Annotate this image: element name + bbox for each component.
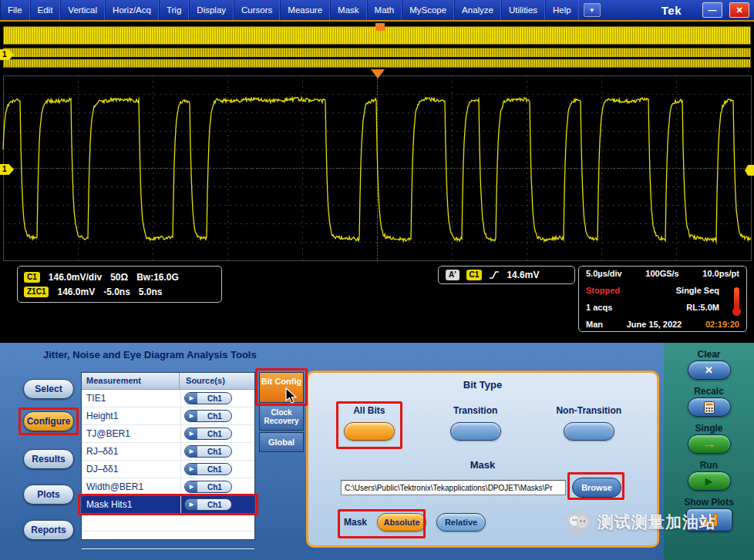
trigger-position-marker[interactable] [375, 23, 385, 31]
table-row-selected[interactable]: Mask Hits1 ▶Ch1 [82, 496, 254, 514]
menu-item-analyze[interactable]: Analyze [454, 0, 501, 20]
acq-status: Stopped [586, 286, 620, 295]
single-label: Single [664, 423, 754, 434]
minimize-button[interactable]: — [702, 2, 722, 18]
z1c1-badge: Z1C1 [24, 287, 49, 297]
menu-item-edit[interactable]: Edit [30, 0, 61, 20]
bit-type-options: All Bits Transition Non-Transition [316, 405, 649, 441]
record-length: RL:5.0M [686, 303, 719, 312]
run-button[interactable]: ▶ [688, 471, 731, 491]
run-label: Run [664, 460, 754, 471]
source-arrow-icon: ▶ [185, 464, 197, 474]
acq-mode: Single Seq [676, 286, 719, 295]
c1-badge: C1 [24, 272, 40, 283]
mask-absolute-button[interactable]: Absolute [377, 513, 426, 531]
trigger-indicator-icon [371, 69, 385, 79]
menu-item-vertical[interactable]: Vertical [60, 0, 105, 20]
source-button[interactable]: ▶Ch1 [184, 392, 232, 404]
menu-item-cursors[interactable]: Cursors [234, 0, 280, 20]
show-plots-label: Show Plots [664, 497, 754, 508]
c1-impedance: 50Ω [110, 272, 128, 283]
nav-reports-button[interactable]: Reports [23, 520, 74, 540]
clear-button[interactable]: ✕ [688, 360, 731, 380]
source-arrow-icon: ▶ [185, 499, 197, 510]
source-arrow-icon: ▶ [185, 428, 197, 439]
oscilloscope-screen: File Edit Vertical Horiz/Acq Trig Displa… [0, 0, 754, 560]
table-row[interactable]: Height1 ▶Ch1 [82, 407, 254, 425]
menu-item-file[interactable]: File [0, 0, 30, 20]
trigger-mode: Man [586, 320, 603, 329]
recalc-label: Recalc [664, 386, 754, 397]
chevron-down-icon[interactable]: ▼ [584, 3, 601, 17]
table-header: Measurement Source(s) [82, 373, 254, 390]
source-arrow-icon: ▶ [185, 481, 197, 492]
readout-strip: C1 146.0mV/div 50Ω Bw:16.0G Z1C1 146.0mV… [0, 262, 754, 343]
source-arrow-icon: ▶ [185, 411, 197, 421]
time-label: 02:19:20 [705, 320, 739, 329]
menu-bar: File Edit Vertical Horiz/Acq Trig Displa… [0, 0, 754, 20]
source-arrow-icon: ▶ [185, 446, 197, 457]
dpojet-title: Jitter, Noise and Eye Diagram Analysis T… [43, 349, 257, 360]
browse-button[interactable]: Browse [572, 478, 621, 498]
nav-select-button[interactable]: Select [23, 379, 74, 399]
nav-plots-button[interactable]: Plots [23, 485, 74, 505]
trigger-source-badge: C1 [466, 270, 483, 280]
sample-rate: 100GS/s [645, 269, 678, 278]
mask-title: Mask [308, 459, 657, 471]
table-row[interactable]: TJ@BER1 ▶Ch1 [82, 425, 254, 443]
menu-item-horiz-acq[interactable]: Horiz/Acq [105, 0, 159, 20]
source-arrow-icon: ▶ [185, 393, 197, 404]
watermark: 测试测量加油站 [565, 509, 716, 535]
option-transition: Transition [450, 405, 501, 441]
tab-bit-config[interactable]: Bit Config [259, 372, 304, 403]
bit-type-title: Bit Type [308, 379, 657, 391]
option-all-bits: All Bits [344, 405, 395, 441]
all-bits-button[interactable] [344, 422, 395, 441]
measurement-table: Measurement Source(s) TIE1 ▶Ch1 Height1 … [81, 372, 255, 540]
table-row[interactable]: TIE1 ▶Ch1 [82, 390, 254, 407]
menu-item-display[interactable]: Display [189, 0, 234, 20]
non-transition-button[interactable] [564, 422, 614, 441]
single-button[interactable]: → [688, 434, 731, 454]
rising-edge-icon [489, 270, 500, 280]
date-label: June 15, 2022 [627, 320, 682, 329]
tab-global[interactable]: Global [259, 432, 304, 452]
menu-item-mask[interactable]: Mask [330, 0, 366, 20]
trigger-readout-box: A' C1 14.6mV [438, 266, 575, 284]
acq-count: 1 acqs [586, 303, 612, 312]
table-row[interactable]: RJ–δδ1 ▶Ch1 [82, 443, 254, 461]
source-button[interactable]: ▶Ch1 [184, 445, 232, 458]
source-button[interactable]: ▶Ch1 [184, 410, 232, 422]
dpojet-panel: Clear ✕ Recalc Single → Run [0, 343, 754, 560]
nav-results-button[interactable]: Results [23, 449, 74, 469]
menu-item-utilities[interactable]: Utilities [501, 0, 545, 20]
zoom-window-band[interactable] [3, 48, 751, 68]
nav-configure-button[interactable]: Configure [23, 411, 74, 431]
calculator-icon [704, 401, 715, 414]
source-button[interactable]: ▶Ch1 [184, 463, 232, 475]
transition-button[interactable] [450, 422, 501, 441]
mask-path-input[interactable] [341, 480, 566, 495]
table-row[interactable]: Width@BER1 ▶Ch1 [82, 478, 254, 496]
source-button[interactable]: ▶Ch1 [184, 428, 232, 440]
recalc-button[interactable] [688, 397, 731, 417]
close-button[interactable]: ✕ [729, 2, 749, 18]
table-row-empty [82, 514, 254, 531]
menu-item-measure[interactable]: Measure [280, 0, 330, 20]
mask-relative-button[interactable]: Relative [436, 513, 486, 531]
table-row[interactable]: DJ–δδ1 ▶Ch1 [82, 461, 254, 478]
table-row-empty [82, 531, 254, 549]
c1-scale: 146.0mV/div [49, 272, 102, 283]
tab-clock-recovery[interactable]: Clock Recovery [259, 404, 304, 431]
z1c1-scale: 146.0mV [57, 287, 95, 297]
menu-item-math[interactable]: Math [367, 0, 402, 20]
wechat-logo-icon [565, 509, 591, 535]
header-measurement: Measurement [82, 373, 179, 389]
c1-bandwidth: Bw:16.0G [136, 272, 179, 283]
menu-item-help[interactable]: Help [545, 0, 579, 20]
resolution: 10.0ps/pt [702, 269, 739, 278]
source-button[interactable]: ▶Ch1 [184, 481, 232, 493]
source-button[interactable]: ▶Ch1 [184, 498, 232, 511]
menu-item-myscope[interactable]: MyScope [402, 0, 454, 20]
menu-item-trig[interactable]: Trig [159, 0, 189, 20]
